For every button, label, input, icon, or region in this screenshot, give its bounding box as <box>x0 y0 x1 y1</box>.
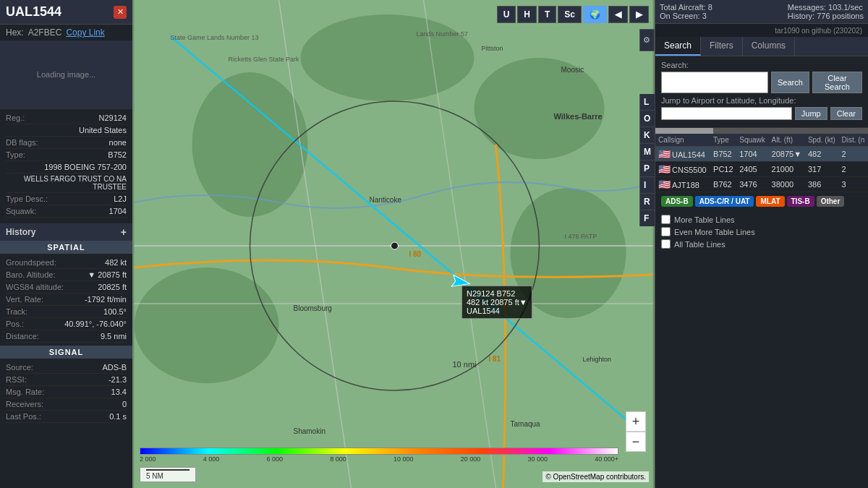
clear-search-button[interactable]: Clear Search <box>812 72 862 93</box>
wgs84-value: 20825 ft <box>98 283 127 291</box>
alt-label-0: 2 000 <box>140 455 156 463</box>
hex-value: A2FBEC <box>28 27 62 38</box>
github-link[interactable]: tar1090 on github (230202) <box>775 27 862 35</box>
signal-header: SIGNAL <box>0 346 132 359</box>
search-button[interactable]: Search <box>771 72 809 93</box>
letter-r-button[interactable]: R <box>640 194 655 210</box>
alt-label-5: 20 000 <box>461 455 481 463</box>
letter-p-button[interactable]: P <box>640 160 655 177</box>
nav-sc-button[interactable]: Sc <box>558 6 582 23</box>
flag-icon: 🇺🇸 <box>658 163 671 175</box>
add-history-icon[interactable]: + <box>121 226 127 238</box>
svg-text:Shamokin: Shamokin <box>294 427 326 435</box>
badge-mlat[interactable]: MLAT <box>756 196 784 207</box>
zoom-in-button[interactable]: + <box>626 411 646 432</box>
aircraft-header: UAL1544 ✕ <box>0 0 132 25</box>
svg-point-6 <box>511 188 626 318</box>
all-lines-checkbox[interactable] <box>661 239 671 249</box>
zoom-out-button[interactable]: − <box>626 432 646 452</box>
baro-row: Baro. Altitude: ▼ 20875 ft <box>6 269 127 281</box>
nav-h-button[interactable]: H <box>517 6 537 23</box>
letter-m-button[interactable]: M <box>640 144 655 160</box>
dist-value: 9.5 nmi <box>101 332 127 341</box>
horizontal-scrollbar[interactable] <box>655 128 868 134</box>
settings-icon[interactable]: ⚙ <box>639 29 655 51</box>
table-row[interactable]: 🇺🇸CNS5500 PC12 2405 21000 317 2 <box>655 162 868 177</box>
col-alt[interactable]: Alt. (ft) <box>769 134 805 147</box>
squawk-row: Squawk: 1704 <box>6 205 127 218</box>
model-value: 1998 BOEING 757-200 <box>44 163 127 171</box>
cell-alt: 20875▼ <box>769 147 805 162</box>
alt-label-6: 30 000 <box>527 455 548 463</box>
altitude-bar: 2 000 4 000 6 000 8 000 10 000 20 000 30… <box>140 448 618 463</box>
jump-button[interactable]: Jump <box>795 107 827 120</box>
nav-globe-button[interactable]: 🌍 <box>583 6 607 23</box>
typedesc-row: Type Desc.: L2J <box>6 193 127 205</box>
letter-k-button[interactable]: K <box>640 127 655 144</box>
svg-text:Moosic: Moosic <box>561 66 584 74</box>
baro-value: ▼ 20875 ft <box>88 270 127 279</box>
col-squawk[interactable]: Squawk <box>736 134 768 147</box>
clear-jump-button[interactable]: Clear <box>830 107 862 120</box>
col-callsign[interactable]: Callsign <box>655 134 710 147</box>
spatial-header: SPATIAL <box>0 241 132 254</box>
rssi-label: RSSI: <box>6 375 27 384</box>
badge-tisb[interactable]: TIS-B <box>787 196 814 207</box>
reg-value: N29124 <box>98 114 127 122</box>
tab-filters[interactable]: Filters <box>701 37 743 56</box>
svg-point-2 <box>301 14 475 101</box>
svg-text:State Game Lands Number 13: State Game Lands Number 13 <box>171 34 259 41</box>
map-area[interactable]: 10 nmi Wilkes-Barre Moosic Pittston Bloo… <box>132 0 655 488</box>
cell-spd: 317 <box>805 162 839 177</box>
badge-other[interactable]: Other <box>817 196 845 207</box>
map-svg: 10 nmi Wilkes-Barre Moosic Pittston Bloo… <box>132 0 655 488</box>
letter-i-button[interactable]: I <box>640 177 655 194</box>
left-sidebar: UAL1544 ✕ Hex: A2FBEC Copy Link Loading … <box>0 0 132 488</box>
groundspeed-row: Groundspeed: 482 kt <box>6 257 127 269</box>
jump-input[interactable] <box>661 107 792 120</box>
svg-point-5 <box>135 267 279 383</box>
search-input[interactable] <box>661 72 768 93</box>
pos-value: 40.991°, -76.040° <box>64 320 127 328</box>
letter-o-button[interactable]: O <box>640 111 655 127</box>
scrollbar-handle[interactable] <box>655 128 713 134</box>
badge-adscr[interactable]: ADS-C/R / UAT <box>695 196 754 207</box>
scale-bar: 5 NM <box>140 467 196 482</box>
pos-row: Pos.: 40.991°, -76.040° <box>6 318 127 330</box>
source-label: Source: <box>6 363 33 372</box>
rssi-value: -21.3 <box>109 375 127 384</box>
more-lines-checkbox[interactable] <box>661 215 671 224</box>
close-button[interactable]: ✕ <box>114 6 127 19</box>
typedesc-value: L2J <box>114 194 127 203</box>
nav-arrow-left-button[interactable]: ◀ <box>608 6 628 23</box>
messages-stat: Messages: 103.1/sec <box>788 3 864 12</box>
table-row[interactable]: 🇺🇸AJT188 B762 3476 38000 386 3 <box>655 177 868 192</box>
letter-l-button[interactable]: L <box>640 94 655 111</box>
nav-u-button[interactable]: U <box>497 6 516 23</box>
jump-row: Jump Clear <box>661 107 862 120</box>
svg-text:Tamaqua: Tamaqua <box>511 420 541 428</box>
col-type[interactable]: Type <box>710 134 736 147</box>
tab-search[interactable]: Search <box>655 37 701 56</box>
copy-link[interactable]: Copy Link <box>66 27 104 38</box>
even-more-lines-checkbox[interactable] <box>661 227 671 236</box>
tab-columns[interactable]: Columns <box>743 37 795 56</box>
letter-f-button[interactable]: F <box>640 210 655 226</box>
source-value: ADS-B <box>102 363 127 372</box>
svg-text:Bloomsburg: Bloomsburg <box>294 304 332 312</box>
flag-icon: 🇺🇸 <box>658 179 671 190</box>
scale-line <box>146 469 190 471</box>
col-spd[interactable]: Spd. (kt) <box>805 134 839 147</box>
badge-adsb[interactable]: ADS-B <box>661 196 693 207</box>
cell-dist: 3 <box>839 177 868 192</box>
table-row[interactable]: 🇺🇸UAL1544 B752 1704 20875▼ 482 2 <box>655 147 868 162</box>
col-dist[interactable]: Dist. (n <box>839 134 868 147</box>
nav-t-button[interactable]: T <box>538 6 556 23</box>
search-label: Search: <box>661 61 862 69</box>
nav-arrow-right-button[interactable]: ▶ <box>629 6 649 23</box>
spatial-section: Groundspeed: 482 kt Baro. Altitude: ▼ 20… <box>0 254 132 346</box>
operator-row: WELLS FARGO TRUST CO NA TRUSTEE <box>6 174 127 193</box>
svg-text:Ricketts Glen State Park: Ricketts Glen State Park <box>229 56 300 63</box>
dist-row: Distance: 9.5 nmi <box>6 330 127 343</box>
vertrate-value: -1792 ft/min <box>85 295 127 304</box>
